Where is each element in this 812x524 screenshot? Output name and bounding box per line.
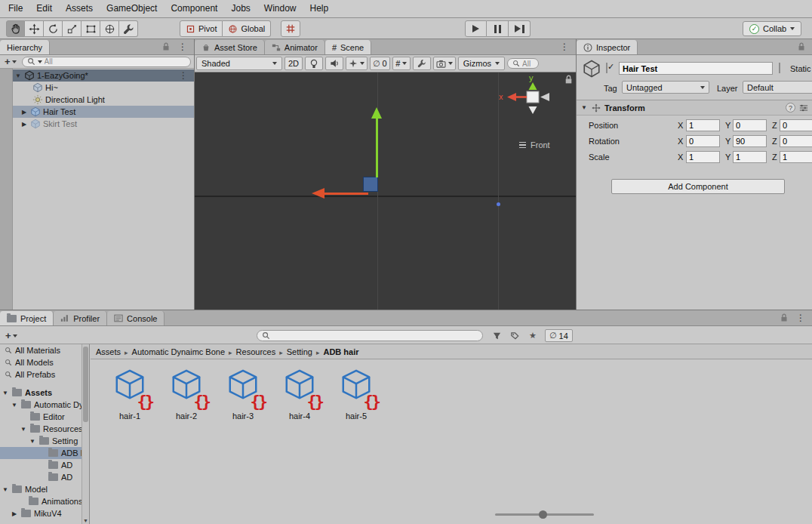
play-button[interactable]	[465, 20, 487, 37]
audio-toggle-button[interactable]	[325, 57, 343, 70]
hidden-packages-toggle[interactable]: 14	[545, 329, 573, 342]
menu-file[interactable]: File	[2, 0, 29, 17]
asset-item[interactable]: {} hair-1	[103, 367, 157, 421]
favorite-all-prefabs[interactable]: All Prefabs	[0, 368, 82, 381]
tree-folder-setting[interactable]: Setting	[0, 435, 82, 447]
tree-scrollbar[interactable]	[82, 344, 90, 524]
shading-mode-dropdown[interactable]: Shaded	[196, 57, 282, 70]
menu-component[interactable]: Component	[164, 0, 224, 17]
tree-folder-adb[interactable]: AD	[0, 459, 82, 471]
tab-project[interactable]: Project	[0, 311, 54, 325]
2d-toggle-button[interactable]: 2D	[285, 57, 303, 70]
create-button[interactable]	[4, 330, 19, 341]
scene-menu-icon[interactable]	[179, 71, 194, 80]
rotation-y-field[interactable]	[733, 135, 767, 147]
layer-dropdown[interactable]: Default	[743, 81, 812, 94]
y-axis-arrowhead-icon[interactable]	[371, 107, 382, 119]
menu-gameobject[interactable]: GameObject	[100, 0, 164, 17]
tree-folder-animations[interactable]: Animations	[0, 495, 82, 507]
y-axis-handle[interactable]	[376, 118, 378, 177]
scene-header-row[interactable]: 1-EazyGoing*	[13, 69, 194, 82]
orientation-gizmo[interactable]: y x	[494, 74, 576, 119]
rotate-tool-button[interactable]	[44, 20, 63, 37]
tree-folder-assets[interactable]: Assets	[0, 387, 82, 399]
gizmo-center-cube[interactable]	[527, 91, 539, 103]
custom-tool-button[interactable]	[119, 20, 138, 37]
step-button[interactable]	[509, 20, 531, 37]
static-checkbox[interactable]	[779, 63, 780, 73]
hierarchy-search-input[interactable]	[45, 57, 186, 66]
create-button[interactable]	[3, 56, 18, 67]
foldout-down-icon[interactable]	[2, 486, 9, 493]
asset-item[interactable]: {} hair-2	[159, 367, 214, 421]
effects-dropdown-button[interactable]	[346, 57, 368, 70]
tree-folder-adb-hair[interactable]: ADB hair	[0, 447, 82, 459]
search-by-type-button[interactable]	[489, 329, 504, 342]
foldout-right-icon[interactable]	[11, 510, 18, 517]
menu-help[interactable]: Help	[303, 0, 336, 17]
breadcrumb-resources[interactable]: Resources	[236, 347, 276, 356]
gameobject-name-field[interactable]	[619, 62, 773, 75]
component-tools-button[interactable]	[413, 57, 431, 70]
hierarchy-item-selected[interactable]: Hair Test	[13, 106, 194, 118]
scale-y-field[interactable]	[733, 151, 767, 163]
camera-settings-dropdown[interactable]	[433, 57, 456, 70]
hierarchy-item[interactable]: Directional Light	[13, 94, 194, 106]
menu-jobs[interactable]: Jobs	[224, 0, 257, 17]
grid-visibility-dropdown[interactable]	[392, 57, 411, 70]
breadcrumb-assets[interactable]: Assets	[96, 347, 121, 356]
tree-folder-resources[interactable]: Resources	[0, 423, 82, 435]
tree-folder-automatic[interactable]: Automatic Dynaimc Bone	[0, 399, 82, 411]
search-filter-caret-icon[interactable]	[38, 60, 42, 63]
tab-scene[interactable]: Scene	[325, 40, 371, 54]
hierarchy-item-disabled[interactable]: Skirt Test	[13, 118, 194, 130]
view-orientation-label[interactable]: Front	[519, 140, 550, 149]
breadcrumb-adb-hair[interactable]: ADB hair	[323, 347, 358, 356]
pause-button[interactable]	[487, 20, 509, 37]
menu-edit[interactable]: Edit	[29, 0, 59, 17]
favorite-all-models[interactable]: All Models	[0, 356, 82, 368]
tree-folder-model[interactable]: Model	[0, 483, 82, 495]
gizmo-x-cone[interactable]	[507, 93, 516, 101]
asset-item[interactable]: {} hair-4	[272, 367, 327, 421]
hierarchy-search[interactable]	[22, 57, 191, 67]
foldout-down-icon[interactable]	[580, 104, 588, 111]
foldout-right-icon[interactable]	[20, 109, 28, 116]
search-by-label-button[interactable]	[507, 329, 522, 342]
tree-folder-adb[interactable]: AD	[0, 471, 82, 483]
x-axis-handle[interactable]	[324, 193, 368, 195]
panel-menu-icon[interactable]	[560, 42, 569, 51]
foldout-down-icon[interactable]	[29, 438, 36, 445]
hand-tool-button[interactable]	[6, 20, 25, 37]
foldout-down-icon[interactable]	[20, 426, 27, 433]
tab-asset-store[interactable]: Asset Store	[195, 40, 265, 54]
foldout-right-icon[interactable]	[20, 121, 28, 128]
tab-profiler[interactable]: Profiler	[54, 311, 107, 325]
asset-item[interactable]: {} hair-3	[216, 367, 270, 421]
help-icon[interactable]	[786, 103, 795, 113]
gizmos-dropdown[interactable]: Gizmos	[458, 57, 505, 70]
panel-menu-icon[interactable]	[796, 313, 805, 322]
save-search-button[interactable]	[525, 329, 540, 342]
pivot-button[interactable]: Pivot	[180, 20, 223, 37]
foldout-down-icon[interactable]	[14, 72, 22, 79]
grid-snap-button[interactable]	[281, 20, 300, 37]
lock-icon[interactable]	[780, 313, 788, 322]
add-component-button[interactable]: Add Component	[611, 179, 785, 194]
tree-folder-mikuv4[interactable]: MikuV4	[0, 507, 82, 519]
selected-object-cube[interactable]	[363, 177, 378, 192]
scale-tool-button[interactable]	[63, 20, 82, 37]
menu-window[interactable]: Window	[257, 0, 303, 17]
foldout-down-icon[interactable]	[11, 402, 18, 408]
tag-dropdown[interactable]: Untagged	[622, 81, 709, 94]
presets-icon[interactable]	[799, 103, 808, 113]
scroll-down-icon[interactable]	[82, 518, 89, 523]
scene-search[interactable]	[507, 58, 539, 69]
asset-item[interactable]: {} hair-5	[329, 367, 383, 421]
lock-icon[interactable]	[798, 42, 805, 51]
rotation-lock-icon[interactable]	[564, 75, 573, 85]
collab-button[interactable]: Collab	[743, 21, 801, 36]
rotation-x-field[interactable]	[686, 135, 720, 147]
scene-canvas[interactable]: y x Front	[195, 72, 576, 310]
panel-menu-icon[interactable]	[178, 42, 187, 51]
